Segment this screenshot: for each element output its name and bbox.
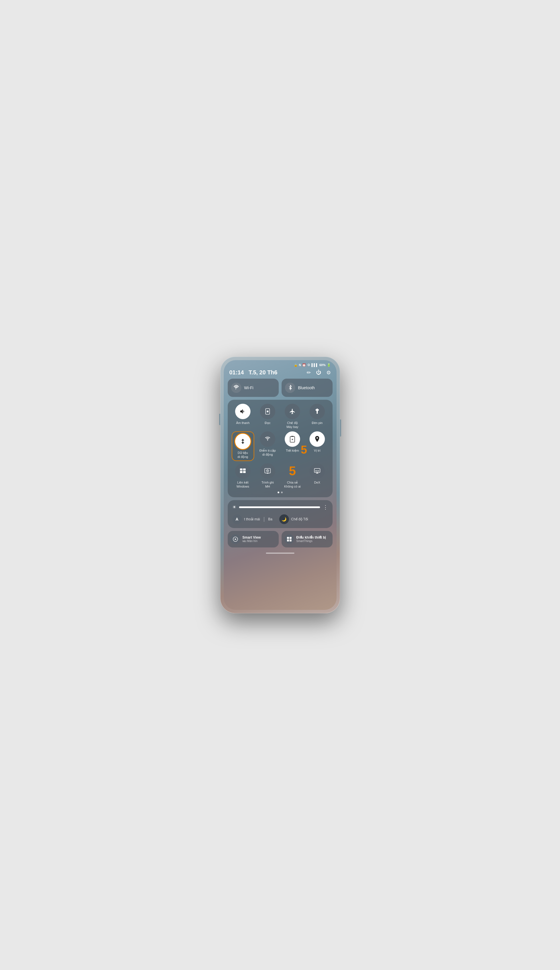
tile-am-thanh[interactable]: Âm thanh: [232, 404, 254, 429]
tile-dex[interactable]: DeX DeX: [306, 463, 328, 489]
link-windows-icon: [235, 463, 250, 479]
wifi-label: Wi-Fi: [244, 386, 253, 390]
dot-1: [278, 492, 279, 493]
smart-things-sub: SmartThings: [297, 539, 326, 543]
bluetooth-toggle[interactable]: Bluetooth: [282, 379, 333, 397]
bottom-buttons: Smart View iều Màn hìn Điều khiển thiết …: [224, 531, 337, 550]
home-bar-line: [266, 553, 294, 554]
tile-screen-record[interactable]: Trình ghiMH: [257, 463, 279, 489]
hotspot-icon: [260, 431, 275, 447]
wifi-icon-circle: [231, 382, 242, 393]
moon-icon: 🌙: [282, 517, 287, 521]
time-display: 01:14: [229, 369, 244, 376]
smart-things-icon: [284, 534, 294, 544]
tile-doc[interactable]: Đọc: [257, 404, 279, 429]
smart-view-icon: [230, 534, 240, 544]
svg-rect-16: [317, 472, 318, 473]
battery-indicator: 60%: [319, 363, 325, 367]
tile-flashlight[interactable]: Đèn pin: [306, 404, 328, 429]
svg-text:+: +: [292, 437, 293, 441]
adaptive-letter: A: [235, 517, 238, 521]
dex-icon: DeX: [310, 463, 325, 479]
power-button[interactable]: [340, 419, 341, 437]
tile-location[interactable]: Vị trí: [306, 431, 328, 461]
airplane-icon: [285, 404, 300, 419]
nfc-icon: 🔒: [294, 363, 298, 367]
tile-airplane[interactable]: Chế độMáy bay: [281, 404, 304, 429]
blue-light-btn[interactable]: Ba: [268, 517, 272, 521]
airplane-label: Chế độMáy bay: [287, 421, 298, 429]
smart-view-sub: iều Màn hìn: [243, 539, 261, 543]
edit-icon[interactable]: ✏: [307, 369, 311, 376]
svg-rect-7: [243, 469, 246, 471]
adaptive-label: t thoải mái: [244, 517, 260, 521]
smart-view-text: Smart View iều Màn hìn: [243, 536, 261, 543]
brightness-slider[interactable]: [239, 506, 320, 508]
svg-rect-23: [290, 539, 292, 541]
svg-point-12: [267, 471, 268, 471]
screen-record-icon: [260, 463, 275, 479]
dark-mode-icon: 🌙: [279, 514, 289, 524]
signal-icon: ▌▌▌: [312, 363, 318, 367]
svg-rect-8: [240, 471, 243, 473]
tiles-row-3: Liên kếtWindows Trình ghiMH: [232, 463, 328, 489]
alarm-icon: ⏰: [302, 363, 306, 367]
svg-rect-22: [287, 539, 289, 541]
flashlight-icon: [310, 404, 325, 419]
status-icons: 🔒 N ⏰ ⚙ ▌▌▌ 60% 🔋: [294, 363, 331, 367]
brightness-sub-row: A t thoải mái | Ba 🌙 Chế độ Tối: [232, 514, 328, 524]
smart-things-title: Điều khiển thiết bị: [297, 536, 326, 539]
data-label: Dữ liệudi động: [238, 451, 248, 459]
smart-things-text: Điều khiển thiết bị SmartThings: [297, 536, 326, 543]
brightness-row: ☀ ⋮: [232, 504, 328, 510]
home-bar: [224, 550, 337, 556]
adaptive-icon: A: [232, 514, 242, 524]
doc-label: Đọc: [265, 421, 270, 425]
am-thanh-icon: [235, 404, 250, 419]
tile-link-windows[interactable]: Liên kếtWindows: [232, 463, 254, 489]
svg-rect-17: [316, 473, 318, 474]
phone-frame: 🔒 N ⏰ ⚙ ▌▌▌ 60% 🔋 01:14 T.5, 20 Th6 ✏ ⏻ …: [220, 357, 340, 613]
phone-screen: 🔒 N ⏰ ⚙ ▌▌▌ 60% 🔋 01:14 T.5, 20 Th6 ✏ ⏻ …: [224, 360, 337, 610]
tile-data-wrapper[interactable]: Dữ liệudi động: [232, 431, 254, 461]
svg-marker-19: [235, 538, 237, 540]
link-windows-label: Liên kếtWindows: [237, 481, 249, 489]
dot-2: [281, 492, 283, 493]
wifi-toggle[interactable]: Wi-Fi: [228, 379, 279, 397]
dot-indicators: [232, 492, 328, 493]
dex-label: DeX: [314, 481, 320, 484]
nfc-n-icon: N: [299, 364, 301, 367]
screen-record-label: Trình ghiMH: [261, 481, 273, 489]
power-icon[interactable]: ⏻: [316, 369, 321, 376]
tile-share[interactable]: 5 Chia sẻKhông có ai: [281, 463, 304, 489]
svg-rect-20: [287, 537, 289, 539]
brightness-more-icon[interactable]: ⋮: [323, 504, 328, 510]
am-thanh-label: Âm thanh: [236, 421, 249, 425]
header: 01:14 T.5, 20 Th6 ✏ ⏻ ⚙: [224, 368, 337, 379]
share-number: 5: [289, 465, 296, 477]
status-bar: 🔒 N ⏰ ⚙ ▌▌▌ 60% 🔋: [224, 360, 337, 368]
svg-rect-2: [316, 411, 318, 411]
svg-rect-9: [243, 471, 246, 473]
svg-text:DeX: DeX: [315, 470, 319, 472]
settings-gear-icon[interactable]: ⚙: [326, 369, 331, 376]
tile-battery-save[interactable]: + 5 Tiết kiệm: [281, 431, 304, 461]
brightness-fill: [239, 506, 270, 508]
svg-rect-1: [267, 411, 268, 412]
tile-hotspot[interactable]: Điểm tr.cậpdi động: [257, 431, 279, 461]
share-icon: 5: [285, 463, 300, 479]
volume-button[interactable]: [219, 414, 220, 425]
svg-rect-6: [240, 469, 243, 471]
tile-cell-data: Dữ liệudi động: [232, 431, 254, 461]
share-label: Chia sẻKhông có ai: [284, 481, 301, 489]
dark-mode-btn[interactable]: 🌙 Chế độ Tối: [279, 514, 308, 524]
bluetooth-icon-circle: [285, 382, 295, 393]
svg-rect-21: [290, 537, 292, 539]
tiles-row-2: Dữ liệudi động Điểm tr.cậpdi động: [232, 431, 328, 461]
brightness-panel: ☀ ⋮ A t thoải mái | Ba: [228, 500, 333, 528]
smart-view-btn[interactable]: Smart View iều Màn hìn: [228, 531, 279, 548]
smart-things-btn[interactable]: Điều khiển thiết bị SmartThings: [282, 531, 333, 548]
header-actions: ✏ ⏻ ⚙: [307, 369, 331, 376]
svg-rect-13: [267, 473, 268, 474]
adaptive-brightness-btn[interactable]: A t thoải mái: [232, 514, 260, 524]
